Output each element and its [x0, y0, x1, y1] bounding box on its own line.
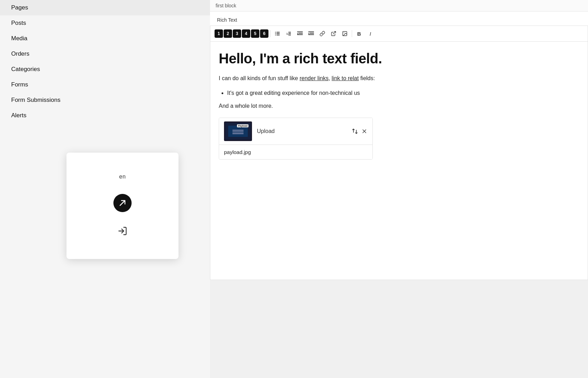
heading5-button[interactable]: 5	[251, 29, 259, 38]
arrow-icon	[118, 199, 127, 207]
first-block-label: first block	[216, 3, 236, 8]
upload-filename: payload.jpg	[219, 145, 372, 159]
svg-point-17	[344, 33, 344, 33]
indent-increase-button[interactable]	[306, 29, 316, 38]
external-link-icon	[331, 31, 336, 36]
ul-icon	[275, 31, 280, 36]
svg-rect-4	[275, 35, 276, 35]
svg-rect-12	[297, 34, 303, 35]
sidebar-item-alerts[interactable]: Alerts	[0, 108, 210, 123]
editor-more-text: And a whole lot more.	[219, 102, 579, 111]
indent-decrease-button[interactable]	[295, 29, 305, 38]
svg-rect-1	[276, 32, 280, 33]
svg-rect-9	[288, 35, 291, 35]
upload-label: Upload	[257, 128, 351, 134]
swap-icon	[351, 128, 358, 135]
sidebar-item-form-submissions[interactable]: Form Submissions	[0, 92, 210, 108]
svg-rect-2	[275, 33, 276, 34]
svg-text:1.: 1.	[286, 32, 289, 35]
svg-rect-3	[276, 33, 280, 34]
svg-rect-7	[288, 32, 291, 33]
first-block-bar: first block	[210, 0, 588, 12]
link-button[interactable]	[317, 29, 328, 38]
rich-text-label: Rich Text	[210, 12, 588, 26]
editor-area: first block Rich Text 1 2 3 4 5 6	[210, 0, 588, 280]
toolbar-divider-1	[270, 30, 271, 37]
svg-rect-10	[297, 31, 303, 32]
editor-title: Hello, I'm a rich text field.	[219, 50, 579, 67]
heading1-button[interactable]: 1	[215, 29, 223, 38]
svg-rect-8	[288, 33, 291, 34]
remove-upload-button[interactable]	[361, 128, 368, 134]
heading2-button[interactable]: 2	[224, 29, 232, 38]
bold-button[interactable]: B	[354, 29, 364, 38]
svg-rect-13	[308, 31, 314, 32]
sidebar-navigation: Pages Posts Media Orders Categories Form…	[0, 0, 210, 123]
list-item: It's got a great editing experience for …	[227, 89, 579, 98]
related-link[interactable]: link to relat	[332, 75, 359, 81]
editor-body-text: I can do all kinds of fun stuff like ren…	[219, 74, 579, 83]
navigate-icon-button[interactable]	[113, 194, 132, 212]
sidebar-item-orders[interactable]: Orders	[0, 46, 210, 62]
logout-button[interactable]	[118, 226, 127, 238]
logout-icon	[118, 226, 127, 236]
close-icon	[361, 128, 368, 134]
rich-text-toolbar: 1 2 3 4 5 6 1.	[210, 26, 588, 41]
main-content: first block Rich Text 1 2 3 4 5 6	[210, 0, 588, 378]
floating-card: en	[66, 153, 178, 259]
svg-rect-5	[276, 35, 280, 35]
svg-rect-11	[299, 33, 303, 34]
editor-content[interactable]: Hello, I'm a rich text field. I can do a…	[210, 41, 588, 280]
sidebar-item-media[interactable]: Media	[0, 31, 210, 46]
language-selector[interactable]: en	[119, 174, 126, 180]
sidebar-item-pages[interactable]: Pages	[0, 0, 210, 15]
sidebar-item-categories[interactable]: Categories	[0, 62, 210, 77]
svg-rect-0	[275, 32, 276, 33]
indent-dec-icon	[297, 31, 303, 36]
upload-header: Payload Upload	[219, 118, 372, 145]
link-icon	[320, 31, 325, 36]
svg-rect-14	[310, 33, 314, 34]
unordered-list-button[interactable]	[272, 29, 283, 38]
swap-button[interactable]	[351, 128, 358, 135]
render-links-link[interactable]: render links	[300, 75, 329, 81]
image-icon	[342, 31, 348, 36]
svg-rect-15	[308, 34, 314, 35]
ol-icon: 1.	[286, 31, 292, 36]
toolbar-divider-2	[352, 30, 352, 37]
upload-actions	[351, 128, 368, 135]
upload-block: Payload Upload	[219, 118, 373, 160]
sidebar-item-forms[interactable]: Forms	[0, 77, 210, 92]
external-link-button[interactable]	[328, 29, 339, 38]
sidebar: Pages Posts Media Orders Categories Form…	[0, 0, 210, 378]
editor-list: It's got a great editing experience for …	[227, 89, 579, 98]
bottom-gray-area	[210, 280, 588, 378]
italic-button[interactable]: I	[365, 29, 376, 38]
heading6-button[interactable]: 6	[260, 29, 268, 38]
indent-inc-icon	[308, 31, 314, 36]
image-button[interactable]	[340, 29, 350, 38]
sidebar-item-posts[interactable]: Posts	[0, 15, 210, 31]
heading4-button[interactable]: 4	[242, 29, 250, 38]
fields-text: fields:	[360, 75, 375, 81]
heading3-button[interactable]: 3	[233, 29, 241, 38]
upload-thumbnail: Payload	[224, 121, 252, 141]
ordered-list-button[interactable]: 1.	[284, 29, 294, 38]
